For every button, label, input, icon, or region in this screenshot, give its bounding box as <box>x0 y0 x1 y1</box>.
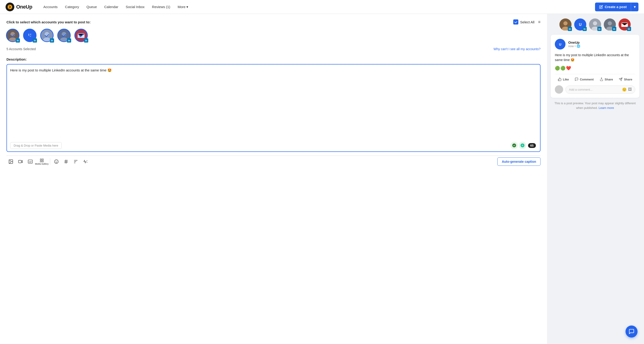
preview-avatar-3[interactable]: in <box>589 19 601 31</box>
account-avatar-2[interactable]: U in <box>24 29 37 43</box>
accounts-header: Click to select which accounts you want … <box>6 20 540 25</box>
preview-note: This is a post preview. Your post may ap… <box>551 101 640 110</box>
preview-avatar-5[interactable]: in <box>618 19 630 31</box>
description-label: Description: <box>6 57 540 61</box>
post-author-avatar: U <box>555 39 566 50</box>
grammarly-icon[interactable]: G <box>519 142 526 149</box>
account-avatars: in U in i <box>6 29 540 43</box>
svg-point-39 <box>593 21 597 26</box>
svg-line-32 <box>66 160 67 164</box>
nav-calendar[interactable]: Calendar <box>104 5 118 9</box>
comment-input-wrap: Add a comment... 🙂 🖼 <box>566 86 635 94</box>
post-preview-card: U OneUp now • 🌐 Here is my post to multi… <box>551 35 640 98</box>
reaction-1: 🟢 <box>555 66 560 71</box>
why-link[interactable]: Why can't I see all my accounts? <box>494 47 540 51</box>
account-avatar-3[interactable]: in <box>41 29 54 43</box>
comment-emoji-icon[interactable]: 🙂 <box>622 87 627 92</box>
svg-point-0 <box>8 5 12 9</box>
description-bottom: Drag & Drop or Paste Media here G 65 <box>10 140 537 151</box>
preview-avatar-2[interactable]: U in <box>574 19 586 31</box>
emoji-button[interactable] <box>52 157 61 166</box>
svg-text:GIF: GIF <box>29 161 32 163</box>
chevron-down-icon: ▾ <box>186 5 188 9</box>
variables-button[interactable] <box>81 157 90 166</box>
accounts-selected-text: 5 Accounts Selected <box>6 47 36 51</box>
description-box: Here is my post to multiple LinkedIn acc… <box>6 64 540 152</box>
account-avatar-1[interactable]: in <box>6 29 20 43</box>
account-avatar-4[interactable]: in <box>58 29 71 43</box>
comment-input-row: Add a comment... 🙂 🖼 <box>555 85 635 94</box>
svg-text:G: G <box>522 144 523 147</box>
learn-more-link[interactable]: Learn more <box>599 106 614 110</box>
menu-lines-icon[interactable]: ≡ <box>538 20 540 25</box>
accounts-section-title: Click to select which accounts you want … <box>6 20 90 24</box>
account-avatar-5[interactable]: in <box>75 29 88 43</box>
like-button[interactable]: Like <box>556 77 571 82</box>
nav-accounts[interactable]: Accounts <box>44 5 58 9</box>
create-post-arrow-icon[interactable]: ▾ <box>631 3 638 11</box>
reaction-icons: 🟢 🟢 ❤️ <box>555 66 635 71</box>
comment-button[interactable]: Comment <box>573 77 596 82</box>
nav-more-button[interactable]: More ▾ <box>178 5 188 9</box>
description-textarea[interactable]: Here is my post to multiple LinkedIn acc… <box>10 68 537 140</box>
svg-point-34 <box>564 21 568 26</box>
media-gallery-button[interactable]: Media Gallery <box>36 157 48 166</box>
select-all-checkbox[interactable] <box>513 20 518 25</box>
post-toolbar: GIF Media Gallery Auto-generate caption <box>6 156 540 167</box>
comment-user-avatar <box>555 85 563 94</box>
post-actions: Like Comment Share Share <box>555 74 635 82</box>
logo: OneUp <box>6 3 32 11</box>
svg-text:U: U <box>559 43 561 46</box>
nav-queue[interactable]: Queue <box>86 5 97 9</box>
video-upload-button[interactable] <box>16 157 25 166</box>
svg-point-42 <box>608 21 612 26</box>
preview-avatar-4[interactable]: in <box>604 19 616 31</box>
svg-rect-24 <box>40 161 41 162</box>
image-upload-button[interactable] <box>6 157 15 166</box>
right-panel: in U in in in in U <box>547 14 644 344</box>
preview-avatars-row: in U in in in in <box>551 19 640 31</box>
svg-rect-19 <box>18 160 22 163</box>
svg-line-31 <box>65 160 66 164</box>
grammar-check-icon[interactable] <box>510 142 518 149</box>
accounts-controls: Select All ≡ <box>513 20 540 25</box>
gif-upload-button[interactable]: GIF <box>26 157 35 166</box>
nav: Accounts Category Queue Calendar Social … <box>44 5 595 9</box>
share-button-2[interactable]: Share <box>617 77 634 82</box>
svg-point-26 <box>54 160 58 164</box>
comment-image-icon[interactable]: 🖼 <box>628 87 632 92</box>
header: OneUp Accounts Category Queue Calendar S… <box>0 0 644 14</box>
nav-category[interactable]: Category <box>65 5 79 9</box>
char-count: 65 <box>528 143 536 148</box>
svg-point-18 <box>10 160 10 161</box>
post-author-name: OneUp <box>568 41 580 44</box>
select-all-label: Select All <box>520 20 534 24</box>
left-panel: Click to select which accounts you want … <box>0 14 547 344</box>
svg-rect-22 <box>40 159 41 160</box>
header-right: Create a post ▾ <box>595 3 638 11</box>
nav-social-inbox[interactable]: Social Inbox <box>126 5 144 9</box>
nav-reviews[interactable]: Reviews (1) <box>152 5 170 9</box>
media-drop-hint[interactable]: Drag & Drop or Paste Media here <box>10 142 62 149</box>
text-format-button[interactable] <box>72 157 80 166</box>
hashtag-button[interactable] <box>62 157 70 166</box>
select-all-group[interactable]: Select All <box>513 20 534 25</box>
share-button-1[interactable]: Share <box>598 77 615 82</box>
svg-point-14 <box>512 144 516 148</box>
create-post-button[interactable]: Create a post ▾ <box>595 3 638 11</box>
auto-caption-button[interactable]: Auto-generate caption <box>497 157 540 166</box>
reaction-3: ❤️ <box>566 66 571 71</box>
post-body-text: Here is my post to multiple LinkedIn acc… <box>555 53 635 62</box>
svg-rect-25 <box>42 161 44 162</box>
comment-placeholder: Add a comment... <box>569 88 592 91</box>
accounts-selected-row: 5 Accounts Selected Why can't I see all … <box>6 47 540 51</box>
chat-fab-button[interactable] <box>626 325 638 337</box>
preview-avatar-1[interactable]: in <box>560 19 572 31</box>
svg-text:U: U <box>579 23 582 27</box>
logo-icon <box>6 3 14 11</box>
logo-text: OneUp <box>16 4 32 10</box>
post-card-header: U OneUp now • 🌐 <box>555 39 635 50</box>
reaction-2: 🟢 <box>560 66 566 71</box>
svg-rect-23 <box>42 159 44 160</box>
main-container: Click to select which accounts you want … <box>0 14 644 344</box>
